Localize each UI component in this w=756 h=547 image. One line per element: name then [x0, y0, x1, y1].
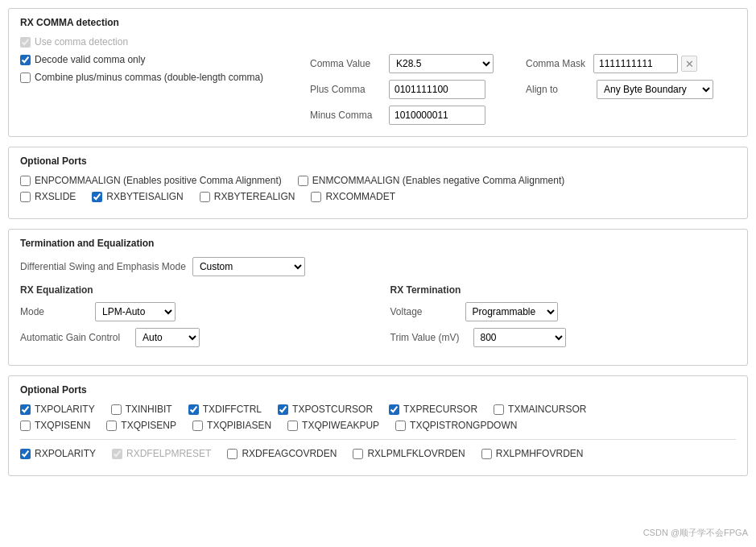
combine-plus-minus-checkbox[interactable]	[20, 73, 31, 83]
optional-ports-1-section: Optional Ports ENPCOMMAALIGN (Enables po…	[8, 147, 748, 219]
txqpibiasen-label[interactable]: TXQPIBIASEN	[192, 420, 271, 431]
enmcommaalign-checkbox[interactable]	[298, 176, 308, 186]
txinhibit-label[interactable]: TXINHIBIT	[111, 404, 172, 415]
txqpiweakpup-checkbox[interactable]	[287, 421, 298, 431]
watermark: CSDN @顺子学不会FPGA	[643, 527, 748, 539]
rxdfeagcovrden-label[interactable]: RXDFEAGCOVRDEN	[227, 448, 337, 459]
equalization-termination-grid: RX Equalization Mode LPM-Auto DFE Auto A…	[20, 284, 736, 354]
rxlpmlfklovrden-checkbox[interactable]	[353, 449, 363, 459]
rxcommadet-label[interactable]: RXCOMMADET	[311, 191, 395, 202]
txdiffctrl-checkbox[interactable]	[188, 404, 199, 415]
plus-comma-label: Plus Comma	[310, 84, 382, 95]
txmaincursor-checkbox[interactable]	[494, 404, 504, 415]
decode-valid-comma-checkbox[interactable]	[20, 55, 31, 65]
trim-label: Trim Value (mV)	[390, 332, 467, 343]
optional-ports-2-section: Optional Ports TXPOLARITY TXINHIBIT TXDI…	[8, 375, 748, 476]
align-to-select[interactable]: Any Byte Boundary Odd Byte Boundary Even…	[597, 80, 713, 99]
rxbyterealign-checkbox[interactable]	[200, 192, 210, 202]
txqpisenn-label[interactable]: TXQPISENN	[20, 420, 90, 431]
agc-row: Automatic Gain Control Auto Off On	[20, 328, 366, 347]
txqpisenp-checkbox[interactable]	[106, 421, 117, 431]
rxpolarity-label[interactable]: RXPOLARITY	[20, 448, 96, 459]
plus-comma-input[interactable]	[389, 80, 485, 99]
optional-ports2-row-2: TXQPISENN TXQPISENP TXQPIBIASEN TXQPIWEA…	[20, 420, 736, 431]
txqpisenp-label[interactable]: TXQPISENP	[106, 420, 176, 431]
use-comma-checkbox[interactable]	[20, 37, 31, 48]
rx-equalization-title: RX Equalization	[20, 284, 366, 296]
mask-clear-button[interactable]: ✕	[681, 56, 697, 72]
trim-select[interactable]: 800 600 1000	[473, 328, 566, 347]
rxslide-label[interactable]: RXSLIDE	[20, 191, 76, 202]
rxpolarity-checkbox[interactable]	[20, 449, 31, 459]
txqpiweakpup-label[interactable]: TXQPIWEAKPUP	[287, 420, 379, 431]
combine-plus-minus-label[interactable]: Combine plus/minus commas (double-length…	[20, 72, 278, 83]
rxdfeagcovrden-checkbox[interactable]	[227, 449, 238, 459]
diff-swing-row: Differential Swing and Emphasis Mode Cus…	[20, 257, 736, 276]
rx-comma-title: RX COMMA detection	[20, 17, 736, 28]
termination-title: Termination and Equalization	[20, 238, 736, 249]
rxslide-checkbox[interactable]	[20, 192, 31, 202]
txqpistrongpdown-checkbox[interactable]	[395, 421, 406, 431]
optional-ports-2-title: Optional Ports	[20, 384, 736, 396]
use-comma-label[interactable]: Use comma detection	[20, 36, 128, 48]
enpcommaalign-checkbox[interactable]	[20, 176, 31, 186]
comma-value-label: Comma Value	[310, 58, 382, 69]
optional-ports2-row-3: RXPOLARITY RXDFELPMRESET RXDFEAGCOVRDEN …	[20, 448, 736, 459]
enmcommaalign-label[interactable]: ENMCOMMAALIGN (Enables negative Comma Al…	[298, 175, 564, 186]
voltage-select[interactable]: Programmable Fixed Auto	[465, 302, 558, 321]
optional-ports-1-title: Optional Ports	[20, 155, 736, 167]
minus-comma-label: Minus Comma	[310, 110, 382, 121]
eq-mode-label: Mode	[20, 306, 89, 317]
txprecursor-checkbox[interactable]	[389, 404, 399, 415]
align-to-row: Align to Any Byte Boundary Odd Byte Boun…	[526, 80, 713, 99]
rx-termination-title: RX Termination	[390, 284, 737, 296]
align-to-label: Align to	[526, 84, 590, 95]
rx-termination-block: RX Termination Voltage Programmable Fixe…	[390, 284, 737, 354]
rxdfelpmreset-label[interactable]: RXDFELPMRESET	[112, 448, 211, 459]
trim-row: Trim Value (mV) 800 600 1000	[390, 328, 737, 347]
comma-mask-input[interactable]	[593, 54, 678, 73]
optional-ports2-row-1: TXPOLARITY TXINHIBIT TXDIFFCTRL TXPOSTCU…	[20, 404, 736, 415]
rxdfelpmreset-checkbox[interactable]	[112, 449, 122, 459]
txpolarity-checkbox[interactable]	[20, 404, 31, 415]
minus-comma-row: Minus Comma	[310, 106, 494, 125]
rxlpmhfovrden-checkbox[interactable]	[481, 449, 492, 459]
minus-comma-input[interactable]	[389, 106, 485, 125]
optional-ports-row-2: RXSLIDE RXBYTEISALIGN RXBYTEREALIGN RXCO…	[20, 191, 736, 202]
rxlpmhfovrden-label[interactable]: RXLPMHFOVRDEN	[481, 448, 584, 459]
txinhibit-checkbox[interactable]	[111, 404, 122, 415]
ports-divider	[20, 439, 736, 440]
optional-ports-row-1: ENPCOMMAALIGN (Enables positive Comma Al…	[20, 175, 736, 186]
plus-comma-row: Plus Comma	[310, 80, 494, 99]
rxcommadet-checkbox[interactable]	[311, 192, 321, 202]
agc-select[interactable]: Auto Off On	[135, 328, 200, 347]
rxbyteisalign-label[interactable]: RXBYTEISALIGN	[92, 191, 183, 202]
eq-mode-row: Mode LPM-Auto DFE Auto	[20, 302, 366, 321]
txdiffctrl-label[interactable]: TXDIFFCTRL	[188, 404, 262, 415]
comma-mask-row: Comma Mask ✕	[526, 54, 713, 73]
use-comma-row: Use comma detection	[20, 36, 736, 48]
txqpistrongpdown-label[interactable]: TXQPISTRONGPDOWN	[395, 420, 517, 431]
txpolarity-label[interactable]: TXPOLARITY	[20, 404, 95, 415]
diff-swing-label: Differential Swing and Emphasis Mode	[20, 261, 186, 272]
txqpibiasen-checkbox[interactable]	[192, 421, 203, 431]
txqpisenn-checkbox[interactable]	[20, 421, 31, 431]
txmaincursor-label[interactable]: TXMAINCURSOR	[494, 404, 586, 415]
decode-valid-comma-label[interactable]: Decode valid comma only	[20, 54, 278, 65]
txpostcursor-label[interactable]: TXPOSTCURSOR	[278, 404, 373, 415]
enpcommaalign-label[interactable]: ENPCOMMAALIGN (Enables positive Comma Al…	[20, 175, 282, 186]
voltage-row: Voltage Programmable Fixed Auto	[390, 302, 737, 321]
eq-mode-select[interactable]: LPM-Auto DFE Auto	[95, 302, 176, 321]
comma-value-select[interactable]: K28.5	[389, 54, 494, 73]
comma-value-row: Comma Value K28.5	[310, 54, 494, 73]
agc-label: Automatic Gain Control	[20, 332, 129, 343]
voltage-label: Voltage	[390, 306, 459, 317]
diff-swing-select[interactable]: Custom Low Power High Performance	[192, 257, 305, 276]
rx-equalization-block: RX Equalization Mode LPM-Auto DFE Auto A…	[20, 284, 366, 354]
rxbyterealign-label[interactable]: RXBYTEREALIGN	[200, 191, 295, 202]
txpostcursor-checkbox[interactable]	[278, 404, 288, 415]
txprecursor-label[interactable]: TXPRECURSOR	[389, 404, 477, 415]
rxbyteisalign-checkbox[interactable]	[92, 192, 102, 202]
termination-section: Termination and Equalization Differentia…	[8, 229, 748, 366]
rxlpmlfklovrden-label[interactable]: RXLPMLFKLOVRDEN	[353, 448, 465, 459]
